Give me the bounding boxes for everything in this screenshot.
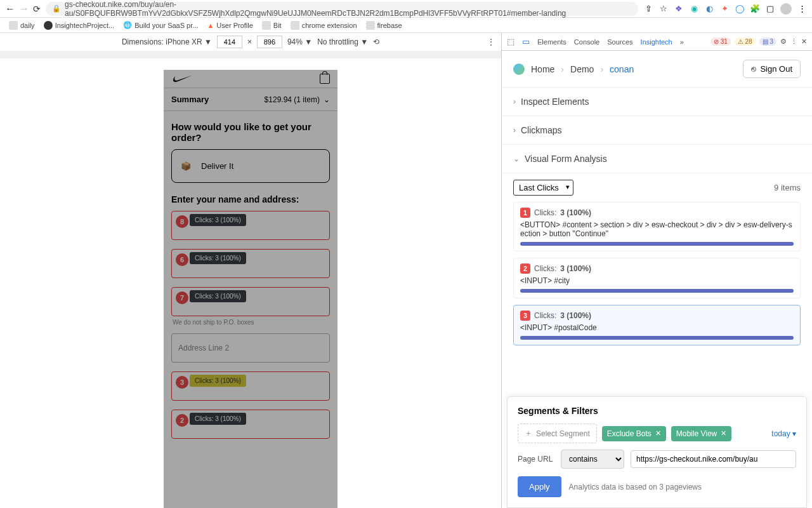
bookmark-item[interactable]: Bit (262, 21, 282, 30)
acc-clickmaps[interactable]: › Clickmaps (502, 116, 812, 145)
chevron-right-icon: › (513, 126, 516, 135)
crumb-home[interactable]: Home (531, 64, 554, 74)
heat-badge: 8 (176, 215, 188, 228)
ext-icon[interactable]: ◐ (704, 4, 714, 14)
deliver-option[interactable]: 📦 Deliver It (171, 149, 330, 183)
add-segment-button[interactable]: ＋ Select Segment (518, 424, 597, 443)
share-icon[interactable]: ⇧ (643, 4, 653, 14)
error-badge[interactable]: ⊘ 31 (710, 37, 731, 46)
selector-text: <INPUT> #city (520, 276, 794, 285)
width-input[interactable] (217, 36, 242, 48)
bookmark-item[interactable]: firebase (366, 21, 402, 30)
close-icon[interactable]: ✕ (801, 37, 807, 46)
bookmark-item[interactable]: chrome extension (291, 21, 357, 30)
ext-icon[interactable]: ◯ (735, 4, 745, 14)
apply-row: Apply Analytics data is based on 3 pagev… (518, 476, 796, 497)
nav-arrows: ← → ⟳ (5, 3, 41, 15)
height-input[interactable] (257, 36, 282, 48)
phone-content: Summary $129.94 (1 item) ⌄ How would you… (164, 70, 337, 508)
acc-inspect-elements[interactable]: › Inspect Elements (502, 88, 812, 116)
reload-button[interactable]: ⟳ (33, 4, 41, 14)
folder-icon (262, 21, 271, 30)
more-icon[interactable]: ⋮ (487, 37, 495, 46)
inspect-icon[interactable]: ⬚ (507, 37, 514, 46)
url-bar[interactable]: 🔒 gs-checkout.nike.com/buy/au/en-au/S0FB… (46, 2, 638, 16)
name-address-title: Enter your name and address: (171, 194, 330, 204)
zoom-selector[interactable]: 94% ▼ (287, 37, 312, 46)
address2-field[interactable]: Address Line 2 (171, 333, 330, 363)
click-item[interactable]: 1 Clicks: 3 (100%) <BUTTON> #content > s… (513, 202, 801, 251)
more-tabs-icon[interactable]: » (680, 38, 684, 46)
profile-avatar[interactable] (780, 3, 792, 15)
click-item[interactable]: 3 Clicks: 3 (100%) <INPUT> #postalCode (513, 305, 801, 345)
crumb-current[interactable]: conan (610, 64, 634, 74)
apply-button[interactable]: Apply (518, 476, 561, 497)
crumb-demo[interactable]: Demo (570, 64, 594, 74)
browser-extensions: ⇧ ☆ ❖ ◉ ◐ ✦ ◯ 🧩 ▢ ⋮ (643, 3, 807, 15)
rank-badge: 2 (520, 264, 530, 274)
github-icon (44, 21, 53, 30)
date-range-link[interactable]: today ▾ (771, 429, 796, 438)
warning-badge[interactable]: ⚠ 28 (735, 37, 756, 46)
bookmark-item[interactable]: 🌐Build your SaaS pr... (123, 21, 198, 29)
last-name-field[interactable]: 6 Clicks: 3 (100%) (171, 249, 330, 278)
menu-icon[interactable]: ⋮ (797, 4, 807, 14)
browser-toolbar: ← → ⟳ 🔒 gs-checkout.nike.com/buy/au/en-a… (0, 0, 812, 18)
more-icon[interactable]: ⋮ (790, 37, 797, 46)
tab-sources[interactable]: Sources (607, 38, 632, 46)
extensions-icon[interactable]: 🧩 (750, 4, 760, 14)
segment-chip[interactable]: Exclude Bots ✕ (602, 426, 666, 441)
tab-console[interactable]: Console (574, 38, 599, 46)
main-layout: Dimensions: iPhone XR ▼ × 94% ▼ No throt… (0, 33, 812, 508)
segments-title: Segments & Filters (518, 406, 796, 416)
tab-elements[interactable]: Elements (537, 38, 566, 46)
segment-chip[interactable]: Mobile View ✕ (671, 426, 731, 441)
device-selector[interactable]: Dimensions: iPhone XR ▼ (122, 37, 212, 46)
bookmark-item[interactable]: InsightechProject... (44, 21, 115, 30)
heat-badge: 6 (176, 253, 188, 266)
gear-icon[interactable]: ⚙ (780, 37, 787, 46)
filter-label: Page URL (518, 455, 554, 464)
click-bar (520, 289, 794, 293)
address1-field[interactable]: 7 Clicks: 3 (100%) (171, 287, 330, 316)
filter-operator-select[interactable]: contains (561, 450, 624, 469)
window-icon[interactable]: ▢ (765, 4, 775, 14)
analytics-note: Analytics data is based on 3 pageviews (569, 483, 702, 491)
filter-value-input[interactable] (631, 450, 796, 468)
throttling-selector[interactable]: No throttling ▼ (317, 37, 368, 46)
cart-icon[interactable] (320, 74, 330, 84)
heat-tooltip: Clicks: 3 (100%) (190, 214, 246, 226)
device-icon[interactable]: ▭ (522, 37, 530, 46)
chevron-right-icon: › (513, 97, 516, 106)
page-viewport: Dimensions: iPhone XR ▼ × 94% ▼ No throt… (0, 33, 501, 508)
summary-price: $129.94 (1 item) (265, 95, 320, 104)
ext-icon[interactable]: ◉ (689, 4, 699, 14)
heat-badge: 7 (176, 291, 188, 304)
back-button[interactable]: ← (5, 3, 15, 15)
checkout-header (164, 70, 337, 88)
remove-chip-icon[interactable]: ✕ (721, 429, 726, 438)
postal-field[interactable]: 3 Clicks: 3 (100%) (171, 371, 330, 401)
selector-text: <INPUT> #postalCode (520, 323, 794, 332)
vfa-metric-select[interactable]: Last Clicks (513, 180, 573, 196)
first-name-field[interactable]: 8 Clicks: 3 (100%) (171, 211, 330, 240)
remove-chip-icon[interactable]: ✕ (655, 429, 661, 438)
summary-row[interactable]: Summary $129.94 (1 item) ⌄ (164, 88, 337, 111)
bookmark-item[interactable]: daily (9, 21, 35, 30)
info-badge[interactable]: ▤ 3 (759, 37, 776, 46)
ext-icon[interactable]: ❖ (674, 4, 684, 14)
signout-button[interactable]: ⎋ Sign Out (743, 60, 801, 78)
devtools-tabs: ⬚ ▭ Elements Console Sources Insightech … (502, 33, 812, 51)
click-bar (520, 242, 794, 246)
rotate-icon[interactable]: ⟲ (373, 37, 379, 46)
star-icon[interactable]: ☆ (658, 4, 669, 14)
ext-icon[interactable]: ✦ (719, 4, 730, 14)
bookmark-item[interactable]: ▲User Profile (207, 22, 252, 29)
city-field[interactable]: 2 Clicks: 3 (100%) (171, 410, 330, 439)
click-item[interactable]: 2 Clicks: 3 (100%) <INPUT> #city (513, 258, 801, 298)
chevron-down-icon: ⌄ (324, 95, 330, 104)
tab-insightech[interactable]: Insightech (641, 38, 672, 46)
heat-tooltip: Clicks: 3 (100%) (190, 375, 246, 387)
placeholder-text: Address Line 2 (178, 344, 229, 352)
acc-visual-form-analysis[interactable]: ⌄ Visual Form Analysis (502, 145, 812, 173)
